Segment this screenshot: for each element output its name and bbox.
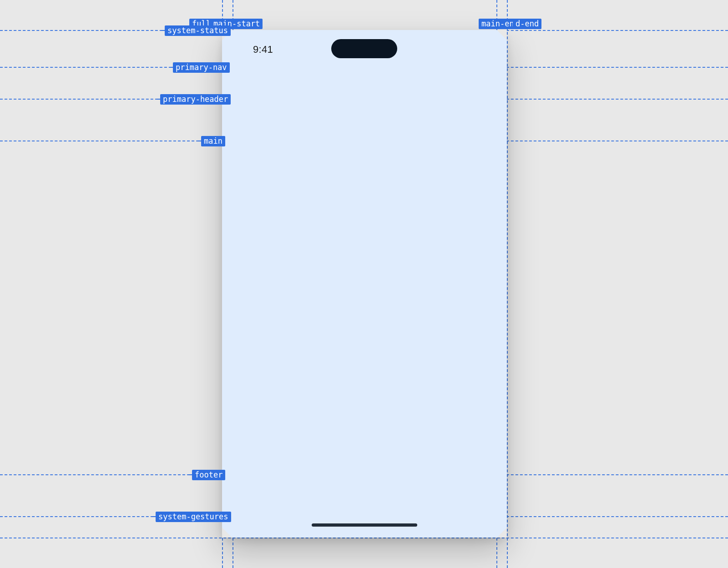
corner-decoration xyxy=(497,30,507,40)
status-bar-time: 9:41 xyxy=(253,44,273,55)
home-indicator[interactable] xyxy=(312,523,417,527)
guide-fullbleed-end xyxy=(507,0,508,568)
label-system-gestures: system-gestures xyxy=(156,512,231,522)
label-system-status: system-status xyxy=(165,25,231,36)
phone-frame xyxy=(222,30,507,538)
corner-decoration xyxy=(497,528,507,538)
corner-decoration xyxy=(222,528,232,538)
label-footer: footer xyxy=(192,470,225,480)
dynamic-island xyxy=(331,39,397,58)
label-fullbleed-end: d-end xyxy=(513,19,541,29)
label-main: main xyxy=(201,136,225,146)
guide-bottom-edge xyxy=(0,538,728,538)
label-primary-nav: primary-nav xyxy=(173,62,230,73)
label-primary-header: primary-header xyxy=(160,94,231,105)
